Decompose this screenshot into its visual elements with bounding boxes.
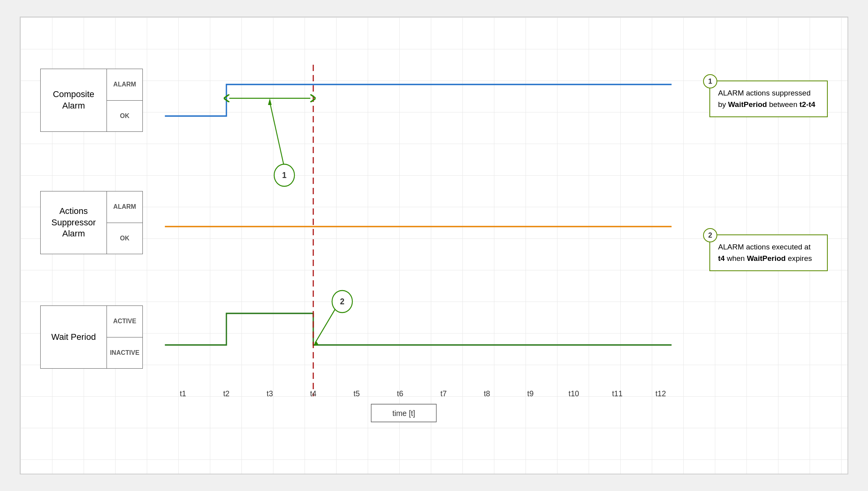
callout-number-2: 2	[340, 296, 344, 306]
callout-number-1: 1	[282, 170, 286, 180]
diagram-container: Composite Alarm ALARM OK Actions Suppres…	[20, 17, 848, 474]
annotation-2-text: ALARM actions executed at t4 when WaitPe…	[718, 242, 819, 264]
diagram-content: Composite Alarm ALARM OK Actions Suppres…	[32, 29, 836, 462]
time-t3: t3	[267, 389, 273, 398]
time-t8: t8	[484, 389, 490, 398]
suppressor-alarm-state-alarm: ALARM	[107, 191, 142, 223]
wait-period-states: ACTIVE INACTIVE	[107, 306, 142, 368]
annotation1-arrowhead	[268, 98, 271, 105]
annotation2-arrowhead	[313, 341, 319, 346]
time-t1: t1	[180, 389, 186, 398]
wait-period-label: Wait Period ACTIVE INACTIVE	[40, 305, 143, 369]
time-t9: t9	[527, 389, 533, 398]
annotation-1-number: 1	[703, 74, 717, 88]
time-axis-label: time [t]	[392, 409, 415, 418]
suppressor-alarm-states: ALARM OK	[107, 191, 142, 254]
chart-svg: 1 2 t1 t2 t3 t4 t5 t6 t7 t8 t9 t10 t11 t…	[147, 53, 690, 428]
wait-period-state-active: ACTIVE	[107, 306, 142, 337]
time-t4: t4	[310, 389, 316, 398]
time-t11: t11	[612, 389, 623, 398]
composite-alarm-title: Composite Alarm	[41, 69, 107, 131]
wait-period-title: Wait Period	[41, 306, 107, 368]
annotation1-arrow-line	[270, 102, 284, 167]
time-t5: t5	[354, 389, 360, 398]
suppressor-alarm-label: Actions Suppressor Alarm ALARM OK	[40, 191, 143, 254]
composite-alarm-label: Composite Alarm ALARM OK	[40, 69, 143, 132]
annotation-box-1: 1 ALARM actions suppressed by WaitPeriod…	[709, 81, 828, 117]
time-t6: t6	[397, 389, 403, 398]
composite-alarm-state-alarm: ALARM	[107, 69, 142, 101]
composite-alarm-state-ok: OK	[107, 101, 142, 132]
composite-alarm-line	[165, 84, 672, 116]
suppressor-alarm-title: Actions Suppressor Alarm	[41, 191, 107, 254]
annotation-box-2: 2 ALARM actions executed at t4 when Wait…	[709, 234, 828, 271]
time-t7: t7	[440, 389, 447, 398]
annotation-2-number: 2	[703, 228, 717, 242]
annotation2-arrow-line	[315, 309, 335, 343]
annotation-1-text: ALARM actions suppressed by WaitPeriod b…	[718, 88, 819, 110]
wait-period-state-inactive: INACTIVE	[107, 337, 142, 369]
composite-alarm-states: ALARM OK	[107, 69, 142, 131]
time-t10: t10	[569, 389, 579, 398]
wait-period-line	[165, 313, 672, 345]
suppressor-alarm-state-ok: OK	[107, 223, 142, 254]
time-t2: t2	[223, 389, 230, 398]
time-t12: t12	[655, 389, 666, 398]
